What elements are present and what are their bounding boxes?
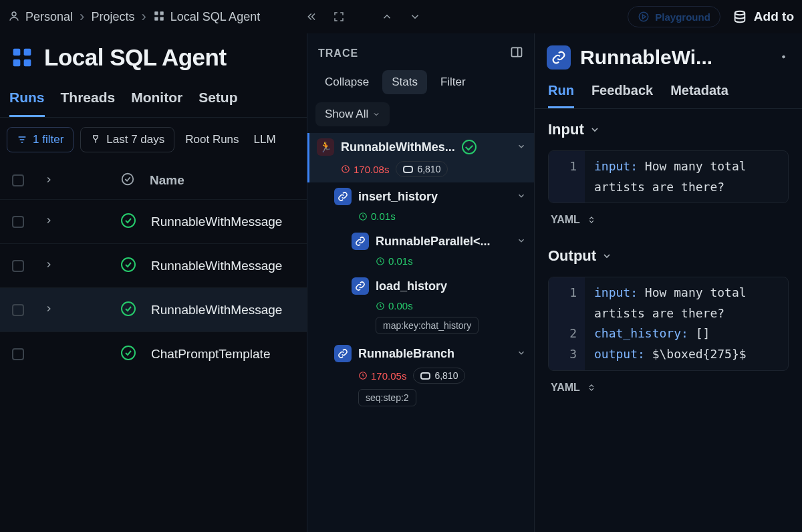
prev-run-button[interactable]	[376, 6, 398, 27]
trace-node-name: insert_history	[358, 190, 438, 204]
chevron-right-icon[interactable]	[44, 216, 53, 227]
playground-button[interactable]: Playground	[628, 6, 720, 27]
svg-point-6	[735, 11, 745, 15]
trace-collapse-left-icon[interactable]	[300, 6, 321, 27]
detail-more-button[interactable]	[770, 49, 790, 66]
project-app-icon	[9, 45, 35, 70]
filter-llm[interactable]: LLM	[250, 128, 280, 152]
crumb-personal-label: Personal	[25, 10, 73, 24]
detail-tab-metadata[interactable]: Metadata	[670, 83, 728, 108]
svg-point-0	[12, 12, 16, 16]
chevron-right-icon[interactable]	[44, 304, 53, 315]
expand-fullscreen-icon[interactable]	[328, 6, 350, 27]
sort-icon	[587, 215, 596, 225]
svg-rect-1	[154, 11, 158, 15]
chevron-down-icon[interactable]	[517, 236, 526, 247]
input-format-select[interactable]: YAML	[535, 207, 802, 235]
table-row[interactable]: RunnableWithMessage	[0, 243, 307, 287]
trace-node-time: 0.01s	[358, 211, 396, 222]
output-format-select[interactable]: YAML	[535, 375, 802, 403]
status-ok-icon	[462, 140, 477, 154]
trace-node[interactable]: 🏃RunnableWithMes...170.08s6,810	[307, 133, 534, 182]
chevron-right-icon: ›	[141, 9, 146, 24]
output-format-label: YAML	[551, 382, 580, 394]
chevron-down-icon	[589, 124, 600, 135]
input-code-block[interactable]: 1 input: How many totalartists are there…	[548, 150, 789, 203]
chevron-down-icon[interactable]	[517, 348, 526, 360]
trace-node[interactable]: load_history0.00smap:key:chat_history	[307, 272, 534, 340]
svg-point-5	[640, 12, 649, 21]
trace-controls: Collapse Stats Filter Show All	[307, 63, 534, 133]
svg-rect-10	[24, 59, 31, 67]
filter-bar: 1 filter Last 7 days Root Runs LLM	[0, 118, 307, 162]
tab-runs[interactable]: Runs	[9, 90, 45, 117]
trace-stats-button[interactable]: Stats	[382, 70, 427, 94]
person-icon	[8, 10, 20, 24]
trace-node-tag: map:key:chat_history	[376, 317, 479, 334]
breadcrumb-bar: Personal › Projects › Local SQL Agent Pl…	[0, 0, 802, 33]
crumb-projects[interactable]: Projects	[91, 10, 134, 24]
tab-setup[interactable]: Setup	[198, 90, 237, 117]
detail-tab-feedback[interactable]: Feedback	[591, 83, 653, 108]
detail-panel: RunnableWi... Run Feedback Metadata Inpu…	[535, 33, 802, 532]
chevron-down-icon[interactable]	[517, 191, 526, 203]
row-checkbox[interactable]	[12, 304, 24, 316]
filter-date-chip[interactable]: Last 7 days	[80, 127, 174, 152]
trace-node[interactable]: RunnableBranch170.05s6,810seq:step:2	[307, 340, 534, 412]
table-row[interactable]: RunnableWithMessage	[0, 287, 307, 331]
output-section-toggle[interactable]: Output	[548, 247, 789, 265]
row-checkbox[interactable]	[12, 260, 24, 272]
run-name: RunnableWithMessage	[151, 259, 282, 273]
chevron-down-icon	[602, 251, 612, 261]
app-grid-icon	[153, 10, 165, 24]
trace-node-time: 170.08s	[341, 164, 389, 175]
crumb-projects-label: Projects	[91, 10, 134, 24]
row-checkbox[interactable]	[12, 348, 24, 360]
output-code-block[interactable]: 1 23 input: How many totalartists are th…	[548, 277, 789, 370]
link-icon	[334, 188, 352, 205]
trace-node-name: RunnableBranch	[358, 347, 454, 361]
project-tabs: Runs Threads Monitor Setup	[0, 74, 307, 118]
trace-node-tokens: 6,810	[413, 368, 465, 384]
tab-monitor[interactable]: Monitor	[131, 90, 182, 117]
next-run-button[interactable]	[404, 6, 426, 27]
name-column-label: Name	[150, 173, 184, 188]
trace-node[interactable]: insert_history0.01s	[307, 182, 534, 227]
table-row[interactable]: RunnableWithMessage	[0, 199, 307, 243]
top-actions: Playground Add to	[628, 6, 794, 27]
input-section-toggle[interactable]: Input	[548, 121, 789, 138]
trace-header: TRACE	[318, 47, 358, 59]
chevron-right-icon: ›	[80, 9, 84, 24]
tab-threads[interactable]: Threads	[61, 90, 116, 117]
trace-show-all-label: Show All	[325, 108, 368, 121]
svg-rect-3	[154, 17, 158, 20]
chevron-right-icon[interactable]	[44, 260, 53, 271]
crumb-current[interactable]: Local SQL Agent	[153, 10, 260, 24]
chevron-down-icon[interactable]	[517, 142, 526, 153]
detail-tab-run[interactable]: Run	[548, 83, 574, 108]
trace-node[interactable]: RunnableParallel<...0.01s	[307, 227, 534, 272]
filter-root-runs[interactable]: Root Runs	[181, 128, 243, 152]
runs-table-header: Name	[0, 162, 307, 199]
trace-filter-button[interactable]: Filter	[431, 70, 475, 94]
trace-node-time: 0.00s	[376, 300, 413, 311]
select-all-checkbox[interactable]	[12, 174, 24, 186]
add-to-button[interactable]: Add to	[732, 9, 794, 24]
svg-rect-2	[160, 11, 163, 15]
table-row[interactable]: ChatPromptTemplate	[0, 331, 307, 376]
trace-node-name: RunnableWithMes...	[341, 140, 455, 154]
trace-show-all-select[interactable]: Show All	[315, 102, 390, 126]
link-icon	[334, 345, 352, 362]
trace-node-time: 170.05s	[358, 370, 406, 382]
run-name: RunnableWithMessage	[151, 215, 282, 229]
crumb-personal[interactable]: Personal	[8, 10, 73, 24]
svg-rect-7	[13, 49, 21, 56]
input-format-label: YAML	[551, 214, 580, 226]
row-checkbox[interactable]	[12, 216, 24, 228]
trace-collapse-button[interactable]: Collapse	[315, 70, 378, 94]
layout-panel-icon[interactable]	[510, 45, 523, 61]
link-icon	[352, 233, 369, 250]
input-section-label: Input	[548, 121, 584, 138]
output-section-label: Output	[548, 247, 596, 265]
filter-count-chip[interactable]: 1 filter	[7, 127, 74, 152]
